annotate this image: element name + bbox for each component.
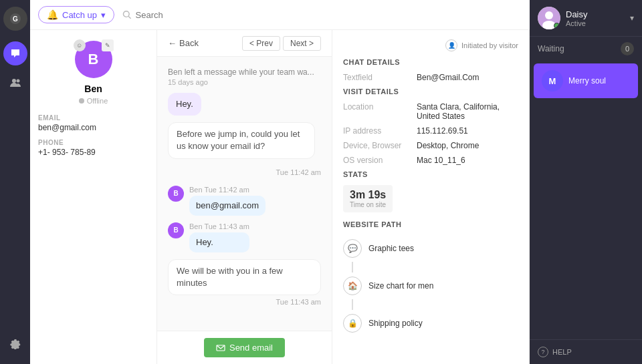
search-input[interactable] [136, 10, 522, 20]
initiated-bar: 👤 Initiated by visitor [343, 39, 518, 51]
avatar-wrap: ☺ B ✎ [75, 41, 112, 78]
path-icon-2: 🔒 [343, 314, 362, 333]
offline-dot [79, 98, 84, 104]
msg4-bubble: Hey. [189, 232, 249, 252]
email-icon [216, 343, 225, 353]
ip-row: IP address 115.112.69.51 [343, 126, 518, 136]
os-row: OS version Mac 10_11_6 [343, 156, 518, 165]
system-time: 15 days ago [168, 78, 321, 86]
avatar-char: B [88, 51, 99, 68]
waiting-count: 0 [621, 42, 634, 55]
email-label: EMAIL [38, 114, 61, 122]
agent-status: Active [566, 19, 588, 27]
path-line-0 [352, 262, 353, 272]
website-path: 💬 Graphic tees 🏠 Size chart for men 🔒 Sh… [343, 235, 518, 337]
right-footer: ? HELP [530, 339, 642, 364]
contact-status: Offline [79, 97, 108, 105]
msg2-text: Before we jump in, could you let us know… [177, 129, 300, 151]
chat-details-title: CHAT DETAILS [343, 58, 518, 66]
ip-val: 115.112.69.51 [417, 126, 468, 136]
agent-header: Daisy Active ▾ [530, 0, 642, 37]
search-bar [122, 10, 522, 20]
agent-text: Daisy Active [566, 9, 588, 27]
msg3-bubble: ben@gmail.com [189, 196, 265, 216]
conversation-item-0[interactable]: M Merry soul [534, 63, 638, 98]
conv-avatar-0: M [542, 70, 563, 92]
msg3-row: B Ben Tue 11:42 am ben@gmail.com [168, 186, 321, 216]
main-area: 🔔 Catch up ▾ ☺ B ✎ Ben Offline EMAIL [30, 0, 530, 364]
settings-nav-icon[interactable] [3, 332, 27, 356]
send-email-button[interactable]: Send email [204, 338, 285, 357]
chevron-down-icon: ▾ [101, 10, 106, 20]
chat-nav-icon[interactable] [3, 41, 27, 65]
msg3-meta: Ben Tue 11:42 am [189, 186, 265, 194]
users-nav-icon[interactable] [3, 71, 27, 95]
agent-info: Daisy Active [538, 7, 588, 29]
next-button[interactable]: Next > [283, 36, 321, 51]
os-label: OS version [343, 156, 417, 165]
msg4-avatar: B [168, 222, 184, 238]
top-bar: 🔔 Catch up ▾ [30, 0, 530, 30]
device-row: Device, Browser Desktop, Chrome [343, 141, 518, 150]
device-val: Desktop, Chrome [417, 141, 479, 150]
agent-name: Daisy [566, 9, 588, 19]
help-label: HELP [552, 348, 572, 356]
chat-area: ← Back < Prev Next > Ben left a message … [157, 30, 332, 364]
msg5-bubble: We will be with you in a few minutes [168, 259, 321, 295]
path-item-1: 🏠 Size chart for men [343, 272, 518, 299]
back-arrow-icon: ← [168, 38, 177, 48]
catch-up-button[interactable]: 🔔 Catch up ▾ [38, 6, 114, 23]
path-item-2: 🔒 Shipping policy [343, 310, 518, 337]
help-icon: ? [538, 347, 548, 357]
catch-up-label: Catch up [62, 10, 97, 20]
msg4-content: Ben Tue 11:43 am Hey. [189, 222, 249, 252]
nav-buttons: < Prev Next > [242, 36, 321, 51]
svg-point-2 [12, 79, 16, 83]
details-panel: 👤 Initiated by visitor CHAT DETAILS Text… [332, 30, 530, 364]
system-message: Ben left a message while your team wa...… [168, 67, 321, 86]
visit-details-title: VISIT DETAILS [343, 87, 518, 96]
agent-avatar [538, 7, 560, 29]
msg5-container: We will be with you in a few minutes Tue… [168, 259, 321, 309]
sidebar-icons: G [0, 0, 30, 364]
email-value: ben@gmail.com [38, 123, 96, 132]
conversation-list: M Merry soul [530, 61, 642, 339]
contact-status-label: Offline [87, 97, 108, 105]
agent-chevron-icon[interactable]: ▾ [630, 13, 634, 23]
edit-icon[interactable]: ✎ [102, 39, 114, 51]
bell-icon: 🔔 [47, 9, 58, 20]
path-icon-0: 💬 [343, 239, 362, 258]
stats-box: 3m 19s Time on site [343, 185, 393, 212]
back-button[interactable]: ← Back [168, 38, 199, 48]
msg3-avatar: B [168, 186, 184, 202]
prev-button[interactable]: < Prev [242, 36, 280, 51]
phone-value: +1- 953- 785-89 [38, 148, 96, 157]
contact-tag-icon: ☺ [74, 39, 86, 51]
contact-name: Ben [84, 83, 102, 94]
msg3-sender: Ben [189, 186, 203, 194]
visitor-icon: 👤 [445, 39, 457, 51]
msg3-time: Tue 11:42 am [204, 186, 249, 194]
back-label: Back [179, 38, 199, 48]
location-row: Location Santa Clara, California, United… [343, 102, 518, 121]
ip-label: IP address [343, 126, 417, 136]
stats-num: 3m 19s [350, 189, 386, 201]
msg1-bubble: Hey. [168, 93, 201, 116]
device-label: Device, Browser [343, 141, 417, 150]
svg-point-8 [545, 11, 553, 19]
msg4-meta: Ben Tue 11:43 am [189, 222, 249, 230]
website-path-title: WEBSITE PATH [343, 220, 518, 228]
location-val: Santa Clara, California, United States [417, 102, 518, 121]
chat-header: ← Back < Prev Next > [157, 30, 332, 57]
path-label-2: Shipping policy [368, 319, 423, 328]
svg-point-3 [16, 79, 19, 83]
svg-text:G: G [13, 15, 18, 23]
waiting-label: Waiting [538, 44, 564, 53]
textfield-row: Textfield Ben@Gmail.Com [343, 73, 518, 82]
phone-label: PHONE [38, 139, 64, 146]
msg4-time: Tue 11:43 am [204, 222, 249, 230]
msg5-time: Tue 11:43 am [276, 298, 321, 306]
path-label-1: Size chart for men [368, 281, 433, 291]
contact-sidebar: ☺ B ✎ Ben Offline EMAIL ben@gmail.com PH… [30, 30, 157, 364]
path-label-0: Graphic tees [368, 244, 414, 253]
